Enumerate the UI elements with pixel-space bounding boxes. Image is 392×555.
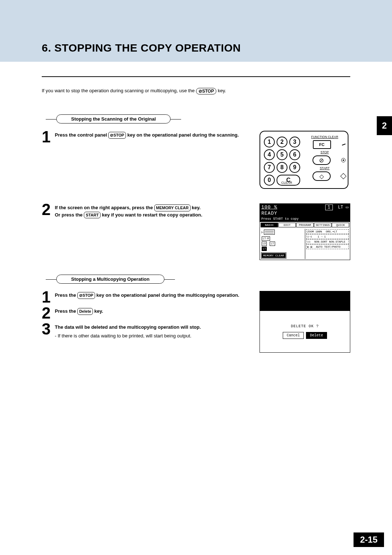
- key-6: 6: [289, 149, 300, 160]
- key-0: 0: [264, 175, 275, 186]
- control-panel-diagram: 1 2 3 4 5 6 7 8 9 0 C CLEAR: [260, 131, 348, 189]
- key-8: 8: [277, 162, 287, 173]
- step-body: If the screen on the right appears, pres…: [55, 203, 202, 218]
- start-key: START: [84, 212, 101, 219]
- step-b2: 2 Press the Delete key.: [42, 307, 252, 319]
- stop-key-icon: ⊘STOP: [77, 292, 95, 299]
- function-clear-label: FUNCTION CLEAR: [304, 135, 346, 139]
- step-num: 3: [42, 323, 52, 339]
- start-button: ◇: [313, 171, 331, 181]
- t: Press the: [55, 292, 76, 298]
- page-title: 6. STOPPING THE COPY OPERATION: [42, 42, 392, 54]
- panel-right: FUNCTION CLEAR FC STOP ⊘ START ◇: [304, 134, 346, 185]
- led-icon: [340, 173, 347, 179]
- lcd-ready: READY: [261, 211, 277, 216]
- lcd-tab-program: PROGRAM: [296, 223, 314, 227]
- section-heading-multicopy: Stopping a Multicopying Operation: [56, 275, 164, 284]
- step-a2: 2 If the screen on the right appears, pr…: [42, 203, 252, 218]
- t: Press the control panel: [55, 132, 107, 138]
- paper-lt-sel: LT: [262, 247, 267, 251]
- step-body: The data will be deleted and the multico…: [55, 323, 201, 339]
- section-scanning: Stopping the Scanning of the Original 1 …: [42, 114, 350, 260]
- t: The data will be deleted and the multico…: [55, 324, 201, 330]
- t: Press the: [55, 308, 76, 314]
- section-multicopy: Stopping a Multicopying Operation 1 Pres…: [42, 275, 350, 353]
- content: If you want to stop the operation during…: [0, 62, 392, 353]
- fc-button: FC: [313, 140, 331, 149]
- t: key on the operational panel during the …: [127, 132, 239, 138]
- stop-label: STOP: [304, 150, 346, 154]
- lcd-tab-basic: BASIC: [261, 223, 278, 227]
- doc-icon: [264, 230, 275, 235]
- step-body: Press the Delete key.: [55, 307, 103, 319]
- delete-button: Delete: [306, 332, 327, 339]
- lcd-screen-ready: 100 % 1 LT ▭ READY Press START to copy: [260, 203, 350, 260]
- page-number: 2-15: [354, 532, 384, 547]
- step-num: 2: [42, 307, 52, 319]
- delete-question: DELETE OK ?: [291, 324, 319, 328]
- t: key if you want to restart the copy oper…: [102, 212, 203, 218]
- key-5: 5: [277, 149, 287, 160]
- step-num: 2: [42, 203, 52, 218]
- key-4: 4: [264, 149, 275, 160]
- intro-after: key.: [218, 88, 226, 93]
- step-body: Press the ⊘STOP key on the operational p…: [55, 291, 239, 303]
- lcd-tab-settings: SETTINGS: [314, 223, 331, 227]
- step-b3: 3 The data will be deleted and the multi…: [42, 323, 252, 339]
- lcd-tabs: BASIC EDIT PROGRAM SETTINGS QUICK: [260, 222, 350, 228]
- step-note: - If there is other data waiting to be p…: [55, 332, 201, 340]
- lcd-1to1: ▯→▯ 1 → 1: [306, 234, 349, 239]
- title-rule: [42, 76, 350, 77]
- step-body: Press the control panel ⊘STOP key on the…: [55, 131, 239, 143]
- numpad: 1 2 3 4 5 6 7 8 9 0 C: [264, 137, 300, 186]
- t: If the screen on the right appears, pres…: [55, 205, 153, 210]
- lcd-lt: LT: [338, 205, 343, 210]
- section-heading-scanning: Stopping the Scanning of the Original: [56, 114, 171, 123]
- key-3: 3: [289, 137, 300, 147]
- delete-key: Delete: [77, 308, 93, 315]
- led-icon: [341, 158, 346, 162]
- step-a2-row: 2 If the screen on the right appears, pr…: [42, 203, 350, 260]
- step-a1: 1 Press the control panel ⊘STOP key on t…: [42, 131, 252, 143]
- t: Or press the: [55, 212, 83, 218]
- start-label: START: [304, 166, 346, 170]
- intro-before: If you want to stop the operation during…: [42, 88, 195, 93]
- stop-key-icon: ⊘STOP: [108, 132, 126, 139]
- lcd-msg: Press START to copy: [261, 217, 299, 221]
- clear-label: CLEAR: [281, 181, 292, 185]
- led-icon: [342, 144, 346, 146]
- lcd-auto: ◐ ▤ AUTO TEXT/PHOTO: [306, 244, 349, 249]
- paper-ltr: LT-R: [262, 236, 270, 241]
- paper-ld: LD: [262, 242, 267, 246]
- lcd-tab-edit: EDIT: [278, 223, 296, 227]
- t: key.: [192, 205, 200, 210]
- stop-button: ⊘: [313, 155, 331, 165]
- step-num: 1: [42, 131, 52, 143]
- steps-b-row: 1 Press the ⊘STOP key on the operational…: [42, 291, 350, 353]
- t: key.: [94, 308, 103, 314]
- lcd-nonsort: ▯▯ NON-SORT NON-STAPLE: [306, 239, 349, 244]
- key-2: 2: [277, 137, 287, 147]
- intro-text: If you want to stop the operation during…: [42, 88, 350, 94]
- cancel-button: Cancel: [283, 332, 304, 339]
- lcd-screen-delete: DELETE OK ? Cancel Delete: [260, 291, 350, 353]
- key-9: 9: [289, 162, 300, 173]
- t: key on the operational panel during the …: [97, 292, 240, 298]
- lcd-tab-quick: QUICK: [332, 223, 349, 227]
- paper-lt: LT: [270, 242, 275, 246]
- step-b1: 1 Press the ⊘STOP key on the operational…: [42, 291, 252, 303]
- lcd-count: 1: [325, 204, 333, 210]
- lcd-pct: 100 %: [261, 204, 277, 210]
- memory-clear-button: MEMORY CLEAR: [261, 253, 286, 258]
- key-7: 7: [264, 162, 275, 173]
- header-band: 6. STOPPING THE COPY OPERATION: [0, 0, 392, 62]
- key-1: 1: [264, 137, 275, 147]
- step-num: 1: [42, 291, 52, 303]
- stop-key-icon: ⊘STOP: [196, 88, 216, 94]
- memory-clear-key: MEMORY CLEAR: [154, 204, 191, 211]
- step-a1-row: 1 Press the control panel ⊘STOP key on t…: [42, 131, 350, 189]
- lcd-zoom: ZOOM 100% ORG.➔LT: [306, 229, 349, 234]
